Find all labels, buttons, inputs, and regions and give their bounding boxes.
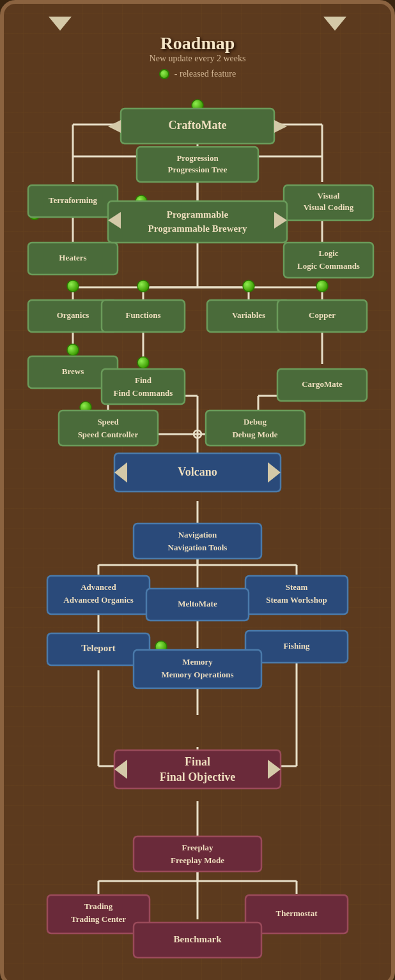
label-volcano: Volcano xyxy=(178,465,217,478)
craftomate-arrow-right xyxy=(274,120,287,133)
label-progression-tree-2: Progression Tree xyxy=(167,165,227,174)
label-adv-org-2: Advanced Organics xyxy=(63,595,133,605)
released-dot-icon xyxy=(159,69,169,79)
top-right-arrow-icon xyxy=(323,17,346,31)
label-fishing: Fishing xyxy=(283,641,310,651)
label-find-2: Find Commands xyxy=(114,388,173,398)
label-speed-2: Speed Controller xyxy=(78,430,139,439)
node-speed-controller[interactable] xyxy=(59,411,158,446)
label-pb-1: Programmable xyxy=(167,209,229,220)
label-trading-1: Trading xyxy=(84,901,113,911)
label-heaters: Heaters xyxy=(59,253,86,262)
label-logic-2: Logic Commands xyxy=(297,261,360,271)
legend: - released feature xyxy=(159,69,236,79)
node-find-commands[interactable] xyxy=(102,369,185,404)
page-title: Roadmap xyxy=(150,33,246,54)
label-final-1: Final xyxy=(185,755,210,768)
header: Roadmap New update every 2 weeks xyxy=(150,33,246,64)
label-teleport: Teleport xyxy=(81,643,116,653)
page-subtitle: New update every 2 weeks xyxy=(150,54,246,64)
label-nav-1: Navigation xyxy=(178,530,217,539)
label-steam-1: Steam xyxy=(286,582,308,592)
top-left-arrow-icon xyxy=(49,17,72,31)
released-dot-copper xyxy=(316,280,328,292)
released-dot-find-commands xyxy=(137,357,149,368)
roadmap-diagram: CraftoMate Terraforming Progression Prog… xyxy=(9,89,386,970)
craftomate-arrow-left xyxy=(108,120,121,133)
label-variables: Variables xyxy=(232,310,265,320)
released-dot-variables xyxy=(243,280,254,292)
label-benchmark: Benchmark xyxy=(174,934,222,944)
label-organics: Organics xyxy=(57,310,89,320)
node-debug-mode[interactable] xyxy=(206,411,305,446)
label-find-1: Find xyxy=(135,375,152,385)
label-logic-1: Logic xyxy=(318,248,338,258)
label-final-2: Final Objective xyxy=(160,771,235,783)
label-trading-2: Trading Center xyxy=(71,914,126,924)
label-debug-2: Debug Mode xyxy=(232,430,277,439)
label-craftomate: CraftoMate xyxy=(169,119,227,132)
node-navigation-tools[interactable] xyxy=(134,524,261,559)
label-meltomate: MeltoMate xyxy=(178,599,217,608)
label-mem-1: Memory xyxy=(182,657,213,667)
label-freeplay-2: Freeplay Mode xyxy=(171,856,224,865)
label-speed-1: Speed xyxy=(97,417,119,426)
label-pb-2: Programmable Brewery xyxy=(148,223,247,234)
roadmap-container: Roadmap New update every 2 weeks - relea… xyxy=(0,0,395,980)
label-functions: Functions xyxy=(126,310,161,320)
node-programmable-brewery[interactable] xyxy=(108,201,287,243)
label-mem-2: Memory Operations xyxy=(161,670,233,679)
released-dot-brews xyxy=(67,344,79,356)
legend-text: - released feature xyxy=(174,69,236,79)
label-freeplay-1: Freeplay xyxy=(182,843,213,852)
label-terraforming: Terraforming xyxy=(49,195,98,205)
label-progression-tree-1: Progression xyxy=(176,153,219,163)
released-dot-functions xyxy=(137,280,149,292)
label-steam-2: Steam Workshop xyxy=(266,595,327,605)
label-thermostat: Thermostat xyxy=(276,908,318,918)
label-cargomate: CargoMate xyxy=(302,379,343,389)
content-area: Roadmap New update every 2 weeks - relea… xyxy=(10,17,385,970)
label-copper: Copper xyxy=(309,310,336,320)
label-visual-coding-2: Visual Coding xyxy=(304,202,354,212)
label-debug-1: Debug xyxy=(244,417,267,426)
released-dot-organics xyxy=(67,280,79,292)
label-adv-org-1: Advanced xyxy=(81,582,116,592)
top-arrows-row xyxy=(10,17,385,31)
label-brews: Brews xyxy=(62,366,84,376)
node-freeplay-mode[interactable] xyxy=(134,836,261,871)
label-visual-coding-1: Visual xyxy=(318,191,340,200)
label-nav-2: Navigation Tools xyxy=(168,543,228,552)
